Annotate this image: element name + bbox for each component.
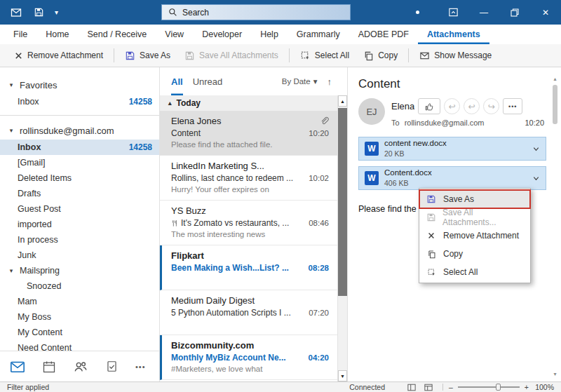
reply-all-button[interactable]: ↩ xyxy=(464,98,480,114)
message-row[interactable]: Medium Daily Digest 5 Python Automation … xyxy=(160,290,347,335)
folder-label: Drafts xyxy=(18,189,41,198)
people-nav-icon[interactable] xyxy=(73,359,88,374)
restore-button[interactable] xyxy=(499,0,530,25)
tab-developer[interactable]: Developer xyxy=(193,25,251,44)
scrollbar-thumb[interactable] xyxy=(338,108,347,296)
chevron-down-icon[interactable]: ▾ xyxy=(6,267,16,274)
sidebar-item-favorites-inbox[interactable]: Inbox 14258 xyxy=(0,94,159,109)
normal-view-icon[interactable] xyxy=(424,384,433,391)
like-button[interactable] xyxy=(418,98,440,114)
more-actions-button[interactable]: ••• xyxy=(503,98,522,114)
calendar-nav-icon[interactable] xyxy=(42,360,56,374)
sidebar-item-inbox[interactable]: Inbox 14258 xyxy=(0,140,159,155)
tab-grammarly[interactable]: Grammarly xyxy=(288,25,349,44)
sidebar-item-junk[interactable]: Junk xyxy=(0,248,159,263)
quick-access-chevron-down-icon[interactable]: ▾ xyxy=(55,8,58,16)
menu-item-select-all[interactable]: Select All xyxy=(419,263,530,281)
folder-label: Deleted Items xyxy=(18,173,72,183)
list-scrollbar[interactable]: ▲ ▼ xyxy=(337,95,347,381)
message-row[interactable]: LinkedIn Marketing S... Rollins, last ch… xyxy=(160,156,347,201)
search-input[interactable]: Search xyxy=(161,4,351,20)
message-row[interactable]: YS Buzz It's Zomato vs restaurants, ...0… xyxy=(160,201,347,245)
sidebar-item-mam[interactable]: Mam xyxy=(0,294,159,309)
filter-tab-unread[interactable]: Unread xyxy=(193,67,223,95)
save-all-attachments-icon xyxy=(184,50,195,61)
scrollbar-thumb[interactable] xyxy=(553,85,557,124)
close-button[interactable]: ✕ xyxy=(530,0,561,25)
attachment-context-menu: Save As Save All Attachments... Remove A… xyxy=(419,188,531,283)
sort-by-dropdown[interactable]: By Date ▾ xyxy=(282,76,318,86)
menu-item-copy[interactable]: Copy xyxy=(419,245,530,263)
connection-status-label: Connected xyxy=(349,383,385,391)
message-preview: The most interesting news xyxy=(171,230,329,238)
tab-attachments[interactable]: Attachments xyxy=(418,25,489,44)
menu-item-label: Remove Attachment xyxy=(443,231,519,241)
folder-label: Inbox xyxy=(18,142,41,152)
tab-file[interactable]: File xyxy=(4,25,36,44)
chevron-down-icon[interactable]: ▾ xyxy=(6,127,16,134)
sidebar-item-gmail[interactable]: [Gmail] xyxy=(0,155,159,170)
scroll-up-icon[interactable]: ▴ xyxy=(553,76,556,82)
menu-item-label: Save All Attachments... xyxy=(442,208,523,227)
remove-attachment-icon xyxy=(426,231,437,240)
minimize-button[interactable]: — xyxy=(468,0,499,25)
sidebar-item-snoozed[interactable]: Snoozed xyxy=(0,278,159,294)
sidebar-item-my-content[interactable]: My Content xyxy=(0,325,159,340)
favorites-section-header[interactable]: ▾ Favorites xyxy=(0,76,159,94)
reading-pane-scrollbar[interactable]: ▴ ▾ xyxy=(551,76,559,377)
select-all-button[interactable]: Select All xyxy=(293,46,356,65)
show-message-button[interactable]: Show Message xyxy=(412,46,499,65)
message-time: 10:20 xyxy=(309,129,329,137)
save-as-button[interactable]: Save As xyxy=(118,46,177,65)
zoom-out-button[interactable]: – xyxy=(449,383,453,391)
sidebar-item-my-boss[interactable]: My Boss xyxy=(0,309,159,325)
save-all-attachments-button: Save All Attachments xyxy=(177,46,285,65)
attachment-chip[interactable]: W Content.docx 406 KB xyxy=(358,166,546,190)
tab-send-receive[interactable]: Send / Receive xyxy=(79,25,156,44)
sidebar-item-mailspring[interactable]: ▾ Mailspring xyxy=(0,263,159,278)
sidebar-item-drafts[interactable]: Drafts xyxy=(0,186,159,201)
tab-adobe-pdf[interactable]: ADOBE PDF xyxy=(349,25,418,44)
attachment-chip[interactable]: W content new.docx 20 KB xyxy=(358,137,546,161)
message-row[interactable]: Flipkart Been Making a Wish...List? ...0… xyxy=(160,245,347,290)
sidebar-item-imported[interactable]: imported xyxy=(0,217,159,232)
sidebar-item-guest-post[interactable]: Guest Post xyxy=(0,201,159,217)
tab-view[interactable]: View xyxy=(156,25,193,44)
attachment-chevron-down-icon[interactable] xyxy=(532,145,540,153)
zoom-slider[interactable] xyxy=(458,386,520,388)
mail-nav-icon[interactable] xyxy=(10,359,25,374)
attachments-toolbar: Remove Attachment Save As Save All Attac… xyxy=(0,44,561,67)
ribbon-display-options-icon[interactable] xyxy=(438,0,468,25)
folder-label: [Gmail] xyxy=(18,158,46,168)
zoom-slider-thumb[interactable] xyxy=(496,384,501,391)
attachment-chevron-down-icon[interactable] xyxy=(532,175,540,182)
group-header-today[interactable]: ▴ Today xyxy=(160,95,347,111)
menu-item-remove-attachment[interactable]: Remove Attachment xyxy=(419,227,530,245)
forward-button[interactable]: ↪ xyxy=(483,98,499,114)
tab-help[interactable]: Help xyxy=(251,25,288,44)
message-row[interactable]: Elena Jones Content10:20 Please find the… xyxy=(160,111,347,156)
sort-direction-icon[interactable]: ↑ xyxy=(327,76,332,87)
quick-access-save-icon[interactable] xyxy=(32,6,45,19)
scroll-down-icon[interactable]: ▾ xyxy=(553,371,556,377)
message-row[interactable]: Bizcommunity.com Monthly MyBiz Account N… xyxy=(160,335,347,380)
tasks-nav-icon[interactable] xyxy=(105,360,119,373)
copy-button[interactable]: Copy xyxy=(356,46,405,65)
account-section-header[interactable]: ▾ rollinsduke@gmail.com xyxy=(0,121,159,140)
folder-label: Need Content xyxy=(18,343,72,351)
chevron-down-icon[interactable]: ▾ xyxy=(6,81,16,88)
more-modules-icon[interactable]: ••• xyxy=(135,363,146,371)
reading-view-icon[interactable] xyxy=(407,384,416,391)
collapse-group-icon[interactable]: ▴ xyxy=(168,100,172,107)
tab-home[interactable]: Home xyxy=(36,25,78,44)
menu-item-save-as[interactable]: Save As xyxy=(419,190,530,208)
zoom-level-label[interactable]: 100% xyxy=(529,383,554,391)
filter-tab-all[interactable]: All xyxy=(171,67,183,95)
remove-attachment-button[interactable]: Remove Attachment xyxy=(7,46,110,65)
sidebar-item-in-process[interactable]: In process xyxy=(0,232,159,248)
sidebar-item-need-content[interactable]: Need Content xyxy=(0,340,159,351)
sidebar-item-deleted-items[interactable]: Deleted Items xyxy=(0,170,159,186)
reply-button[interactable]: ↩ xyxy=(444,98,460,114)
scroll-down-icon[interactable]: ▼ xyxy=(338,370,347,381)
scroll-up-icon[interactable]: ▲ xyxy=(338,95,347,107)
